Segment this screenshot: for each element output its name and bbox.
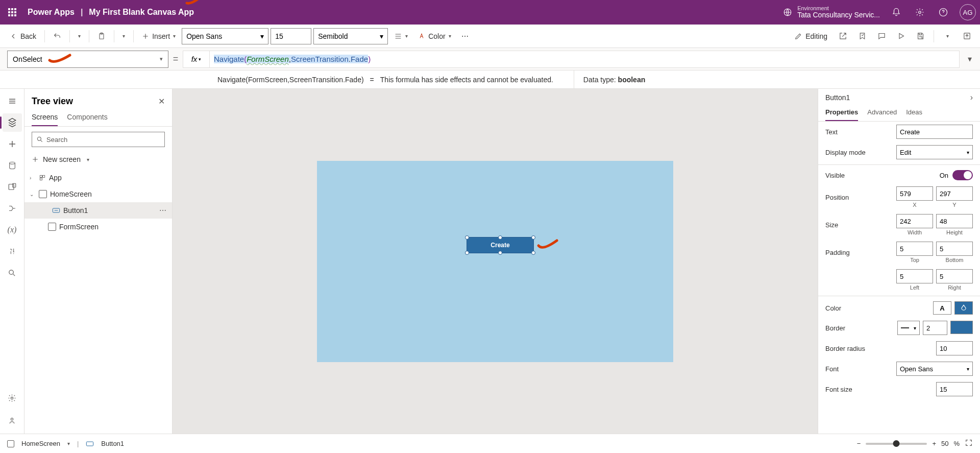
tree-homescreen[interactable]: ⌄ HomeScreen bbox=[24, 186, 172, 202]
padding-bottom-input[interactable] bbox=[936, 242, 973, 256]
color-button[interactable]: Color ▾ bbox=[414, 28, 455, 44]
border-width-input[interactable] bbox=[923, 321, 947, 335]
paste-button[interactable] bbox=[93, 28, 110, 44]
tree-app[interactable]: › App bbox=[24, 170, 172, 186]
screen-canvas[interactable]: Create bbox=[317, 161, 673, 362]
more-icon[interactable]: ⋯ bbox=[159, 206, 167, 214]
insert-button[interactable]: Insert ▾ bbox=[138, 28, 180, 44]
border-color-swatch[interactable] bbox=[950, 321, 973, 334]
padding-left-input[interactable] bbox=[896, 269, 933, 283]
environment-picker[interactable]: Environment Tata Consultancy Servic... bbox=[783, 5, 880, 19]
back-button[interactable]: Back bbox=[5, 28, 40, 44]
equals-sign: = bbox=[168, 54, 183, 64]
tab-ideas[interactable]: Ideas bbox=[906, 108, 922, 121]
fill-color-swatch[interactable] bbox=[954, 301, 973, 315]
visible-toggle[interactable] bbox=[952, 170, 973, 180]
canvas-area[interactable]: Create bbox=[173, 89, 818, 434]
zoom-in[interactable]: + bbox=[932, 440, 936, 447]
formula-expand[interactable]: ▾ bbox=[960, 54, 980, 64]
font-size-input[interactable] bbox=[271, 28, 311, 44]
avatar[interactable]: AG bbox=[960, 4, 976, 20]
text-input[interactable] bbox=[896, 125, 973, 139]
status-screen-checkbox[interactable] bbox=[7, 440, 14, 447]
label-padding: Padding bbox=[825, 249, 850, 256]
property-selector[interactable]: OnSelect ▾ bbox=[7, 51, 168, 68]
tree-formscreen[interactable]: › FormScreen bbox=[24, 219, 172, 235]
formula-input[interactable]: Navigate(FormScreen,ScreenTransition.Fad… bbox=[209, 51, 960, 68]
rail-insert[interactable] bbox=[3, 135, 22, 153]
tree-button1[interactable]: Button1 ⋯ bbox=[24, 202, 172, 219]
overflow-button[interactable]: ⋯ bbox=[457, 28, 473, 44]
save-icon[interactable] bbox=[912, 28, 928, 44]
app-header: Power Apps | My First Blank Canvas App E… bbox=[0, 0, 980, 25]
play-icon[interactable] bbox=[893, 28, 909, 44]
rail-ask[interactable] bbox=[3, 411, 22, 430]
rail-variables[interactable]: (x) bbox=[3, 221, 22, 239]
padding-top-input[interactable] bbox=[896, 242, 933, 256]
search-input[interactable]: Search bbox=[32, 132, 165, 147]
editing-button[interactable]: Editing bbox=[790, 28, 831, 44]
fontsize-input[interactable] bbox=[936, 382, 973, 396]
svg-rect-17 bbox=[87, 442, 93, 446]
checker-icon[interactable] bbox=[854, 28, 870, 44]
svg-point-11 bbox=[11, 418, 13, 420]
position-y-input[interactable] bbox=[936, 186, 973, 201]
font-weight-selector[interactable]: Semibold ▾ bbox=[313, 28, 388, 44]
hint-message: This formula has side effects and cannot… bbox=[380, 76, 553, 84]
tab-screens[interactable]: Screens bbox=[32, 113, 58, 126]
waffle-menu[interactable] bbox=[4, 4, 20, 20]
panel-chevron[interactable]: › bbox=[970, 93, 973, 102]
rail-settings[interactable] bbox=[3, 389, 22, 407]
hint-expression: Navigate(FormScreen,ScreenTransition.Fad… bbox=[217, 76, 364, 84]
size-h-input[interactable] bbox=[936, 214, 973, 228]
properties-panel: Button1 › Properties Advanced Ideas Text… bbox=[818, 89, 980, 434]
fx-label[interactable]: fx ▾ bbox=[183, 51, 209, 68]
font-color-icon bbox=[418, 32, 425, 40]
zoom-out[interactable]: − bbox=[857, 440, 861, 447]
rail-tree-view[interactable] bbox=[3, 113, 22, 132]
rail-data[interactable] bbox=[3, 156, 22, 175]
paste-chevron[interactable]: ▾ bbox=[118, 28, 129, 44]
label-text: Text bbox=[825, 128, 838, 136]
environment-icon bbox=[783, 8, 792, 17]
tab-components[interactable]: Components bbox=[67, 113, 107, 126]
comments-icon[interactable] bbox=[873, 28, 890, 44]
close-icon[interactable]: ✕ bbox=[158, 97, 165, 106]
status-control[interactable]: Button1 bbox=[101, 440, 124, 447]
borderradius-input[interactable] bbox=[936, 341, 973, 355]
search-icon bbox=[36, 136, 43, 143]
rail-flows[interactable] bbox=[3, 199, 22, 218]
canvas-button[interactable]: Create bbox=[467, 237, 533, 253]
save-chevron[interactable]: ▾ bbox=[939, 28, 955, 44]
app-icon bbox=[39, 174, 46, 181]
fit-screen[interactable] bbox=[965, 439, 973, 448]
padding-right-input[interactable] bbox=[936, 269, 973, 283]
env-label: Environment bbox=[797, 5, 880, 11]
rail-hamburger[interactable] bbox=[3, 92, 22, 110]
waffle-icon bbox=[8, 8, 16, 16]
border-style-select[interactable]: ▾ bbox=[897, 321, 920, 335]
settings-icon[interactable] bbox=[913, 5, 927, 19]
rail-media[interactable] bbox=[3, 178, 22, 196]
zoom-slider[interactable] bbox=[866, 443, 927, 445]
label-font: Font bbox=[825, 365, 839, 373]
position-x-input[interactable] bbox=[896, 186, 933, 201]
rail-tools[interactable] bbox=[3, 242, 22, 260]
size-w-input[interactable] bbox=[896, 214, 933, 228]
font-select[interactable]: Open Sans▾ bbox=[896, 362, 973, 376]
help-icon[interactable] bbox=[936, 5, 950, 19]
rail-search[interactable] bbox=[3, 264, 22, 282]
share-icon[interactable] bbox=[835, 28, 851, 44]
new-screen-button[interactable]: New screen ▾ bbox=[24, 152, 172, 166]
undo-chevron[interactable]: ▾ bbox=[74, 28, 85, 44]
align-button[interactable]: ▾ bbox=[390, 28, 412, 44]
tab-advanced[interactable]: Advanced bbox=[867, 108, 897, 121]
displaymode-select[interactable]: Edit▾ bbox=[896, 145, 973, 159]
undo-button[interactable] bbox=[49, 28, 65, 44]
font-color-swatch[interactable]: A bbox=[933, 301, 951, 315]
status-screen[interactable]: HomeScreen bbox=[21, 440, 60, 447]
publish-icon[interactable] bbox=[959, 28, 975, 44]
font-selector[interactable]: Open Sans ▾ bbox=[182, 28, 268, 44]
tab-properties[interactable]: Properties bbox=[825, 108, 858, 121]
notifications-icon[interactable] bbox=[889, 5, 903, 19]
